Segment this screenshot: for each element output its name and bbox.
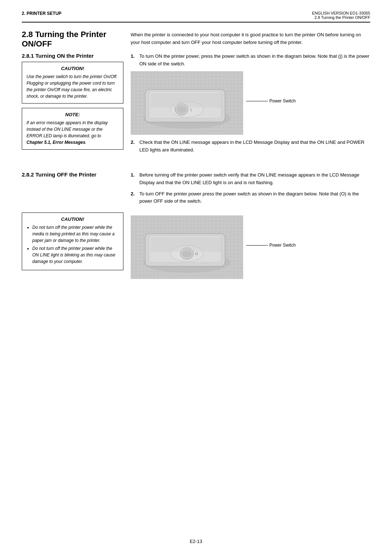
note-ref: Chapter 5.1, Error Messages — [26, 140, 85, 145]
page-footer: E2-13 — [0, 539, 392, 544]
step-281-2-text: Check that the ON LINE message appears i… — [139, 139, 370, 154]
caution-off-item1: Do not turn off the printer power while … — [32, 224, 119, 244]
step-282-2: 2. To turn OFF the printer power press t… — [131, 190, 370, 206]
power-switch-line-off — [246, 245, 268, 246]
section-281-title: 2.8.1 Turning ON the Printer — [22, 53, 123, 59]
caution-label-on: CAUTION! — [26, 66, 119, 71]
section-282-block: 2.8.2 Turning OFF the Printer 1. Before … — [22, 165, 370, 283]
printer-on-image-container: | Power Switch — [131, 71, 370, 136]
step-282-1: 1. Before turning off the printer power … — [131, 171, 370, 187]
section-281-left: 2.8.1 Turning ON the Printer CAUTION! Us… — [22, 53, 131, 154]
printer-off-image: O — [131, 215, 243, 280]
power-switch-line-on — [246, 101, 268, 101]
section-281-right: 1. To turn ON the printer power, press t… — [131, 53, 370, 158]
step-281-2-num: 2. — [131, 139, 138, 146]
header-subtitle: 2.8 Turning the Printer ON/OFF — [312, 15, 370, 20]
note-label: NOTE: — [26, 112, 119, 117]
caution-text-on: Use the power switch to turn the printer… — [26, 73, 119, 100]
header-right: ENGLISH VERSION EO1-33055 2.8 Turning th… — [312, 11, 370, 20]
printer-off-svg: O — [131, 215, 243, 279]
svg-text:O: O — [195, 252, 198, 256]
step-282-1-num: 1. — [131, 171, 138, 179]
caution-list-off: Do not turn off the printer power while … — [26, 224, 119, 265]
page-header: 2. PRINTER SETUP ENGLISH VERSION EO1-330… — [22, 11, 370, 23]
note-box-on: NOTE: If an error message appears in the… — [22, 108, 123, 150]
power-switch-label-off-container: Power Switch — [243, 243, 296, 248]
caution-off-item2: Do not turn off the printer power while … — [32, 245, 119, 265]
printer-on-svg: | — [131, 71, 243, 135]
svg-text:|: | — [191, 108, 191, 112]
section-282-row: 2.8.2 Turning OFF the Printer 1. Before … — [22, 171, 370, 209]
caution-box-off: CAUTION! Do not turn off the printer pow… — [22, 212, 123, 270]
step-282-1-text: Before turning off the printer power swi… — [139, 171, 370, 187]
section-282-caution-image-row: CAUTION! Do not turn off the printer pow… — [22, 212, 370, 283]
step-281-1-num: 1. — [131, 53, 138, 60]
section-282-caution-col: CAUTION! Do not turn off the printer pow… — [22, 212, 131, 275]
steps-281: 1. To turn ON the printer power, press t… — [131, 53, 370, 68]
section-282-title-col: 2.8.2 Turning OFF the Printer — [22, 171, 131, 180]
note-text: If an error message appears in the displ… — [26, 119, 119, 146]
power-switch-label-on: Power Switch — [269, 98, 296, 104]
printer-off-image-container: O Power Switch — [131, 215, 370, 280]
caution-label-off: CAUTION! — [26, 216, 119, 222]
svg-rect-10 — [151, 93, 221, 108]
power-switch-label-on-container: Power Switch — [243, 98, 296, 104]
note-text-before: If an error message appears in the displ… — [26, 120, 108, 138]
step-281-1: 1. To turn ON the printer power, press t… — [131, 53, 370, 68]
header-section-title: 2. PRINTER SETUP — [22, 11, 61, 16]
caution-box-on: CAUTION! Use the power switch to turn th… — [22, 62, 123, 104]
steps-281-2: 2. Check that the ON LINE message appear… — [131, 139, 370, 154]
step-282-2-num: 2. — [131, 190, 138, 198]
page: 2. PRINTER SETUP ENGLISH VERSION EO1-330… — [0, 0, 392, 555]
steps-282: 1. Before turning off the printer power … — [131, 171, 370, 205]
section-281-block: 2.8.1 Turning ON the Printer CAUTION! Us… — [22, 53, 370, 158]
section-282-title: 2.8.2 Turning OFF the Printer — [22, 171, 123, 178]
section-28-title: 2.8 Turning the Printer ON/OFF — [22, 30, 131, 49]
power-switch-label-off: Power Switch — [269, 243, 296, 248]
header-version: ENGLISH VERSION EO1-33055 — [312, 11, 370, 15]
page-number: E2-13 — [190, 539, 203, 544]
step-281-1-text: To turn ON the printer power, press the … — [139, 53, 370, 68]
step-281-2: 2. Check that the ON LINE message appear… — [131, 139, 370, 154]
section-282-steps-col: 1. Before turning off the printer power … — [131, 171, 370, 209]
section-282-image-col: O Power Switch — [131, 212, 370, 283]
svg-rect-21 — [151, 237, 221, 252]
step-282-2-text: To turn OFF the printer power press the … — [139, 190, 370, 206]
note-text-end: . — [85, 140, 86, 145]
printer-on-image: | — [131, 71, 243, 136]
section-28-intro: When the printer is connected to your ho… — [131, 30, 370, 46]
section-28-header: 2.8 Turning the Printer ON/OFF When the … — [22, 30, 370, 49]
